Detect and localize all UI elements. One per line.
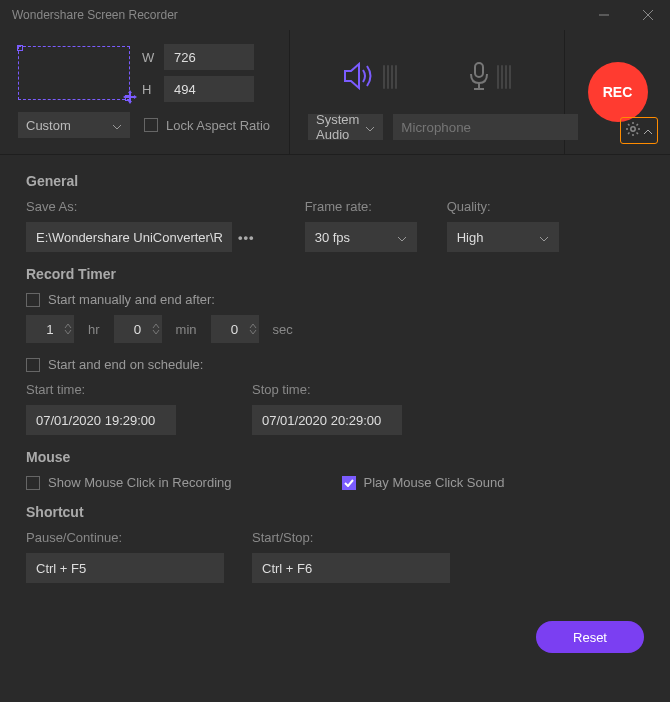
settings-toggle[interactable] [620, 117, 658, 144]
show-click-label: Show Mouse Click in Recording [48, 475, 232, 490]
chevron-down-icon [365, 120, 375, 135]
top-panel: W H Custom Lock Aspect Ratio [0, 30, 670, 155]
svg-rect-3 [475, 63, 483, 77]
width-label: W [142, 50, 156, 65]
general-heading: General [26, 173, 644, 189]
footer: Reset [0, 621, 670, 653]
system-audio-dropdown[interactable]: System Audio [308, 114, 383, 140]
show-click-checkbox[interactable] [26, 476, 40, 490]
chevron-up-icon [643, 123, 653, 138]
window-controls [594, 5, 658, 25]
start-manual-label: Start manually and end after: [48, 292, 215, 307]
save-as-input[interactable] [26, 222, 232, 252]
lock-aspect-label: Lock Aspect Ratio [166, 118, 270, 133]
record-button[interactable]: REC [588, 62, 648, 122]
save-as-label: Save As: [26, 199, 255, 214]
stop-time-label: Stop time: [252, 382, 402, 397]
width-input[interactable] [164, 44, 254, 70]
area-preset-value: Custom [26, 118, 71, 133]
microphone-icon [467, 61, 491, 94]
svg-point-6 [631, 127, 635, 131]
microphone-dropdown[interactable] [393, 114, 578, 140]
pause-shortcut-input[interactable] [26, 553, 224, 583]
play-sound-label: Play Mouse Click Sound [364, 475, 505, 490]
timer-heading: Record Timer [26, 266, 644, 282]
shortcut-heading: Shortcut [26, 504, 644, 520]
record-label: REC [603, 84, 633, 100]
move-icon [123, 90, 137, 107]
chevron-down-icon [112, 118, 122, 133]
startstop-label: Start/Stop: [252, 530, 450, 545]
sec-unit: sec [273, 322, 293, 337]
step-down[interactable] [64, 329, 72, 335]
start-time-input[interactable] [26, 405, 176, 435]
audio-section: System Audio [290, 30, 565, 154]
lock-aspect-checkbox[interactable] [144, 118, 158, 132]
system-audio-value: System Audio [316, 112, 359, 142]
reset-label: Reset [573, 630, 607, 645]
chevron-down-icon [397, 230, 407, 245]
height-input[interactable] [164, 76, 254, 102]
min-unit: min [176, 322, 197, 337]
quality-value: High [457, 230, 484, 245]
schedule-label: Start and end on schedule: [48, 357, 203, 372]
height-label: H [142, 82, 156, 97]
minimize-button[interactable] [594, 5, 614, 25]
pause-label: Pause/Continue: [26, 530, 224, 545]
area-preset-dropdown[interactable]: Custom [18, 112, 130, 138]
gear-icon [625, 121, 641, 140]
hr-unit: hr [88, 322, 100, 337]
capture-region-preview[interactable] [18, 46, 130, 100]
speaker-icon [343, 62, 377, 93]
capture-area-section: W H Custom Lock Aspect Ratio [0, 30, 290, 154]
play-sound-checkbox[interactable] [342, 476, 356, 490]
startstop-shortcut-input[interactable] [252, 553, 450, 583]
record-section: REC [565, 30, 670, 154]
titlebar: Wondershare Screen Recorder [0, 0, 670, 30]
mouse-heading: Mouse [26, 449, 644, 465]
browse-button[interactable]: ••• [238, 230, 255, 245]
quality-dropdown[interactable]: High [447, 222, 559, 252]
step-down[interactable] [152, 329, 160, 335]
schedule-checkbox[interactable] [26, 358, 40, 372]
frame-rate-dropdown[interactable]: 30 fps [305, 222, 417, 252]
start-manual-checkbox[interactable] [26, 293, 40, 307]
reset-button[interactable]: Reset [536, 621, 644, 653]
system-audio-level [383, 65, 397, 89]
close-button[interactable] [638, 5, 658, 25]
app-title: Wondershare Screen Recorder [12, 8, 178, 22]
stop-time-input[interactable] [252, 405, 402, 435]
start-time-label: Start time: [26, 382, 176, 397]
settings-panel: General Save As: ••• Frame rate: 30 fps … [0, 155, 670, 605]
chevron-down-icon [539, 230, 549, 245]
step-down[interactable] [249, 329, 257, 335]
frame-rate-value: 30 fps [315, 230, 350, 245]
quality-label: Quality: [447, 199, 559, 214]
frame-rate-label: Frame rate: [305, 199, 417, 214]
mic-level [497, 65, 511, 89]
